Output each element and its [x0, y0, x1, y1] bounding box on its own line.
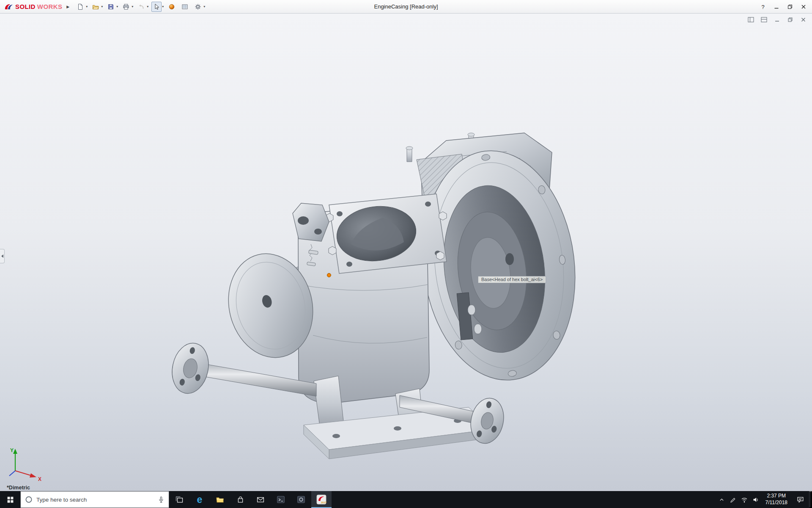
- select-tool-button[interactable]: [151, 2, 162, 12]
- tray-pen-button[interactable]: [727, 491, 739, 508]
- menu-expand-arrow[interactable]: ▶: [66, 5, 69, 9]
- cad-model[interactable]: [0, 14, 812, 491]
- doc-close-button[interactable]: [799, 16, 807, 23]
- minimize-button[interactable]: [770, 1, 783, 12]
- view-orientation-label: *Dimetric: [7, 485, 30, 491]
- new-document-caret[interactable]: ▾: [86, 5, 88, 8]
- open-folder-icon: [92, 3, 99, 10]
- orientation-triad: Y X: [5, 445, 44, 482]
- start-button[interactable]: [0, 491, 20, 508]
- clock-time: 2:37 PM: [767, 493, 786, 500]
- undo-caret[interactable]: ▾: [147, 5, 148, 8]
- dassault-swoosh-icon: [4, 3, 14, 11]
- microphone-icon[interactable]: [158, 496, 165, 503]
- restore-button[interactable]: [783, 1, 797, 12]
- taskbar-app-edge[interactable]: e: [189, 491, 210, 508]
- volume-icon: [752, 497, 759, 503]
- toolbar-group-open: ▾: [91, 2, 103, 12]
- toolbar-group-undo: ▾: [136, 2, 148, 12]
- search-input[interactable]: [36, 497, 154, 503]
- featuremanager-collapsed-tab[interactable]: [0, 249, 5, 263]
- tray-expand-chevron-icon: [719, 497, 724, 502]
- appearance-sphere-icon: [168, 3, 175, 10]
- save-caret[interactable]: ▾: [116, 5, 118, 8]
- print-icon: [123, 3, 129, 10]
- open-document-button[interactable]: [91, 2, 101, 12]
- brand-text-solid: SOLID: [15, 3, 36, 10]
- design-table-button[interactable]: [180, 2, 190, 12]
- windows-start-icon: [7, 496, 14, 503]
- save-floppy-icon: [107, 3, 114, 10]
- show-desktop-button[interactable]: [809, 491, 812, 508]
- appearance-button[interactable]: [167, 2, 177, 12]
- taskbar-search[interactable]: [20, 491, 169, 508]
- close-icon: [801, 4, 806, 9]
- network-icon: [741, 497, 748, 503]
- pane-split-horizontal-icon: [761, 17, 767, 22]
- new-document-button[interactable]: [75, 2, 85, 12]
- options-button[interactable]: [193, 2, 203, 12]
- taskbar-app-solidworks[interactable]: 2017: [311, 491, 332, 508]
- print-button[interactable]: [121, 2, 131, 12]
- options-caret[interactable]: ▾: [203, 5, 205, 8]
- taskbar-app-store[interactable]: [230, 491, 250, 508]
- action-center-button[interactable]: [791, 491, 809, 508]
- taskbar-app-dark[interactable]: [291, 491, 311, 508]
- doc-restore-icon: [787, 17, 793, 22]
- featuremanager-collapse-arrow-icon: [1, 254, 4, 258]
- cortana-circle-icon: [25, 496, 33, 503]
- select-cursor-icon: [153, 3, 160, 10]
- tray-volume-button[interactable]: [750, 491, 762, 508]
- dark-app-icon: [297, 495, 305, 504]
- tray-network-button[interactable]: [739, 491, 750, 508]
- store-bag-icon: [237, 496, 244, 503]
- pane-split-vertical-button[interactable]: [747, 16, 754, 23]
- task-view-button[interactable]: [169, 491, 189, 508]
- action-center-icon: [797, 496, 804, 503]
- component-tooltip: Base<Head of hex bolt_ai<6>: [478, 276, 546, 283]
- taskbar-app-terminal[interactable]: [271, 491, 291, 508]
- toolbar-group-appearance: [167, 2, 177, 12]
- doc-close-icon: [801, 17, 806, 22]
- terminal-app-icon: [277, 495, 285, 504]
- clock-date: 7/11/2018: [765, 500, 788, 506]
- doc-minimize-icon: [774, 17, 780, 22]
- taskbar-app-mail[interactable]: [250, 491, 271, 508]
- print-caret[interactable]: ▾: [132, 5, 133, 8]
- titlebar: SOLIDWORKS ▶ ▾ ▾: [0, 0, 812, 14]
- save-button[interactable]: [106, 2, 116, 12]
- graphics-area[interactable]: Base<Head of hex bolt_ai<6>: [0, 14, 812, 491]
- document-window-controls: [747, 16, 807, 23]
- new-document-icon: [77, 3, 84, 10]
- close-button[interactable]: [797, 1, 810, 12]
- solidworks-version-badge: 2017: [321, 501, 326, 504]
- doc-restore-button[interactable]: [786, 16, 794, 23]
- mail-envelope-icon: [257, 497, 264, 503]
- screen: SOLIDWORKS ▶ ▾ ▾: [0, 0, 812, 508]
- toolbar-group-save: ▾: [106, 2, 118, 12]
- minimize-icon: [774, 4, 779, 9]
- model-carb-flange[interactable]: [326, 194, 447, 273]
- restore-icon: [787, 4, 793, 9]
- open-document-caret[interactable]: ▾: [101, 5, 103, 8]
- pane-split-vertical-icon: [748, 17, 754, 22]
- brand-text-works: WORKS: [37, 3, 63, 10]
- tray-expand-button[interactable]: [716, 491, 727, 508]
- taskbar-app-file-explorer[interactable]: [210, 491, 230, 508]
- select-tool-caret[interactable]: ▾: [162, 5, 164, 8]
- undo-icon: [138, 3, 145, 10]
- taskbar-clock[interactable]: 2:37 PM 7/11/2018: [762, 491, 792, 508]
- pane-split-horizontal-button[interactable]: [760, 16, 768, 23]
- toolbar-group-print: ▾: [121, 2, 133, 12]
- file-explorer-icon: [216, 496, 224, 503]
- doc-minimize-button[interactable]: [773, 16, 781, 23]
- undo-button[interactable]: [136, 2, 146, 12]
- taskbar: e: [0, 491, 812, 508]
- solidworks-app-icon: 2017: [316, 494, 326, 505]
- system-tray: 2:37 PM 7/11/2018: [716, 491, 812, 508]
- toolbar-group-select: ▾: [151, 2, 164, 12]
- help-button[interactable]: ?: [756, 1, 770, 12]
- selection-point[interactable]: [327, 273, 331, 277]
- window-controls: ?: [756, 0, 810, 14]
- toolbar-group-new: ▾: [75, 2, 88, 12]
